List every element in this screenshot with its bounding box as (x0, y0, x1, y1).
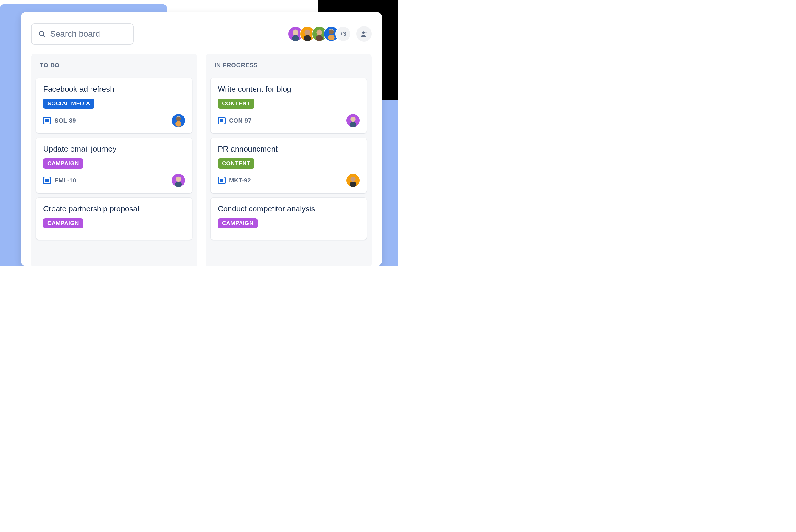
card[interactable]: Facebook ad refresh SOCIAL MEDIA SOL-89 (36, 78, 192, 133)
card[interactable]: Update email journey CAMPAIGN EML-10 (36, 137, 192, 193)
add-user-button[interactable] (356, 26, 372, 42)
card-title: Conduct competitor analysis (218, 204, 359, 213)
search-icon (38, 30, 46, 38)
column-todo: TO DO Facebook ad refresh SOCIAL MEDIA S… (31, 54, 197, 266)
card-tag: CAMPAIGN (43, 158, 83, 169)
svg-rect-5 (304, 35, 311, 41)
issue-type-icon (43, 176, 51, 184)
card-key-text: EML-10 (55, 177, 76, 184)
card-title: Write content for blog (218, 84, 359, 94)
card-key: SOL-89 (43, 117, 76, 125)
card-assignee[interactable] (172, 174, 185, 187)
svg-rect-16 (175, 182, 182, 187)
board-members: +3 (288, 26, 372, 42)
svg-point-2 (293, 30, 298, 35)
avatar-overflow-label: +3 (340, 31, 347, 37)
card-tag: CONTENT (218, 98, 254, 109)
card-key: MKT-92 (218, 176, 251, 184)
issue-type-icon (218, 176, 225, 184)
column-in-progress: IN PROGRESS Write content for blog CONTE… (206, 54, 372, 266)
svg-point-6 (316, 30, 322, 35)
card[interactable]: Write content for blog CONTENT CON-97 (210, 78, 367, 133)
svg-rect-20 (350, 182, 356, 187)
card-tag: CONTENT (218, 158, 254, 169)
svg-rect-9 (328, 35, 335, 40)
svg-point-15 (176, 176, 181, 182)
card-assignee[interactable] (172, 114, 185, 127)
svg-rect-14 (175, 121, 181, 127)
card[interactable]: Conduct competitor analysis CAMPAIGN (210, 197, 367, 240)
card-key: EML-10 (43, 176, 76, 184)
card-tag: SOCIAL MEDIA (43, 98, 94, 109)
svg-point-10 (362, 31, 365, 34)
svg-rect-3 (292, 35, 299, 41)
svg-rect-18 (350, 122, 356, 127)
add-user-icon (360, 30, 368, 38)
card-tag: CAMPAIGN (43, 218, 83, 228)
svg-rect-12 (365, 33, 367, 33)
card-key-text: CON-97 (229, 117, 252, 124)
card[interactable]: Create partnership proposal CAMPAIGN (36, 197, 192, 240)
card-title: Create partnership proposal (43, 204, 185, 213)
card-assignee[interactable] (347, 174, 359, 187)
avatar-stack: +3 (288, 26, 351, 42)
svg-rect-7 (316, 35, 323, 41)
issue-type-icon (43, 117, 51, 125)
avatar-overflow[interactable]: +3 (335, 26, 351, 42)
card-key-text: MKT-92 (229, 177, 251, 184)
search-placeholder: Search board (50, 29, 100, 39)
card-tag: CAMPAIGN (218, 218, 258, 228)
column-title: TO DO (40, 62, 192, 69)
card-key-text: SOL-89 (55, 117, 76, 124)
issue-type-icon (218, 117, 225, 125)
card-assignee[interactable] (347, 114, 359, 127)
svg-point-4 (304, 30, 310, 35)
board-window: Search board +3 (21, 12, 382, 266)
svg-point-17 (350, 117, 356, 122)
svg-line-1 (43, 35, 45, 37)
top-bar: Search board +3 (31, 23, 372, 45)
card-title: Update email journey (43, 145, 185, 154)
card[interactable]: PR announcment CONTENT MKT-92 (210, 137, 367, 193)
card-title: PR announcment (218, 145, 359, 154)
board-columns: TO DO Facebook ad refresh SOCIAL MEDIA S… (31, 54, 372, 266)
card-key: CON-97 (218, 117, 252, 125)
search-input[interactable]: Search board (31, 23, 134, 45)
column-title: IN PROGRESS (215, 62, 367, 69)
card-title: Facebook ad refresh (43, 84, 185, 94)
svg-point-19 (350, 176, 356, 182)
